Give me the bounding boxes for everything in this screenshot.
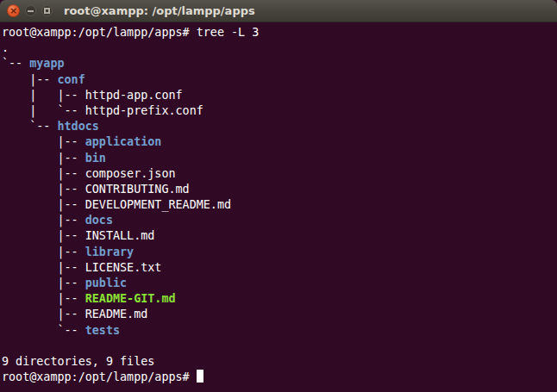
terminal-text-segment: |-- [2,277,85,289]
terminal-text-segment: myapp [29,57,64,70]
terminal[interactable]: root@xampp:/opt/lampp/apps# tree -L 3.`-… [0,22,557,392]
terminal-line: |-- docs [2,213,557,228]
terminal-text-segment: |-- [2,214,85,227]
terminal-text-segment: |-- [2,135,85,148]
terminal-text-segment: |-- DEVELOPMENT_README.md [2,198,231,211]
terminal-text-segment: docs [85,214,113,227]
terminal-line: |-- INSTALL.md [2,228,557,244]
terminal-text-segment: library [85,246,134,258]
terminal-text-segment: `-- [2,57,29,70]
terminal-text-segment: root@xampp:/opt/lampp/apps# [2,370,197,383]
maximize-icon [44,8,50,14]
terminal-line: `-- tests [2,323,557,339]
terminal-line: |-- bin [2,151,557,166]
terminal-text-segment: public [85,277,127,289]
terminal-text-segment: |-- README.md [2,308,147,320]
terminal-line: root@xampp:/opt/lampp/apps# tree -L 3 [2,25,557,40]
titlebar[interactable]: × root@xampp: /opt/lampp/apps [0,0,557,22]
terminal-line: |-- DEVELOPMENT_README.md [2,197,557,213]
terminal-text-segment: | |-- httpd-app.conf [2,89,183,102]
terminal-text-segment: | `-- httpd-prefix.conf [2,104,203,117]
terminal-line [2,339,557,354]
minimize-button[interactable] [25,5,36,16]
terminal-text-segment: |-- [2,73,58,86]
terminal-line: `-- myapp [2,56,557,72]
terminal-line: |-- README-GIT.md [2,291,557,307]
terminal-text-segment: |-- composer.json [2,167,176,180]
terminal-line: |-- conf [2,72,557,88]
terminal-text-segment: `-- [2,324,85,337]
terminal-text-segment: `-- [2,120,58,133]
terminal-text-segment: |-- [2,292,85,305]
terminal-line: |-- composer.json [2,166,557,182]
terminal-text-segment: conf [58,73,85,86]
terminal-text-segment: root@xampp:/opt/lampp/apps# tree -L 3 [2,26,259,39]
terminal-text-segment: bin [85,152,106,165]
terminal-text-segment: |-- LICENSE.txt [2,261,161,274]
terminal-line: |-- README.md [2,307,557,322]
terminal-text-segment: tests [85,324,120,337]
close-icon: × [9,6,17,16]
terminal-line: root@xampp:/opt/lampp/apps# [2,370,557,385]
terminal-text-segment: . [2,41,9,54]
terminal-line: |-- library [2,245,557,260]
terminal-line: |-- public [2,276,557,291]
terminal-line: . [2,40,557,56]
terminal-line: |-- LICENSE.txt [2,260,557,276]
terminal-line: |-- application [2,134,557,150]
terminal-window: × root@xampp: /opt/lampp/apps root@xampp… [0,0,557,392]
terminal-cursor [197,370,203,383]
terminal-text-segment: 9 directories, 9 files [2,355,154,368]
terminal-text-segment: application [85,135,162,148]
terminal-line: `-- htdocs [2,119,557,134]
terminal-text-segment: |-- CONTRIBUTING.md [2,183,190,196]
terminal-text-segment: |-- INSTALL.md [2,229,154,242]
terminal-text-segment: htdocs [58,120,99,133]
window-title: root@xampp: /opt/lampp/apps [64,4,255,17]
terminal-line: |-- CONTRIBUTING.md [2,182,557,197]
terminal-text-segment: README-GIT.md [85,292,176,305]
maximize-button[interactable] [41,5,53,16]
close-button[interactable]: × [7,4,20,17]
terminal-text-segment: |-- [2,152,85,165]
terminal-line: | `-- httpd-prefix.conf [2,103,557,119]
terminal-text-segment: |-- [2,246,85,258]
minimize-icon [28,10,34,12]
terminal-line: | |-- httpd-app.conf [2,88,557,103]
terminal-line: 9 directories, 9 files [2,354,557,370]
